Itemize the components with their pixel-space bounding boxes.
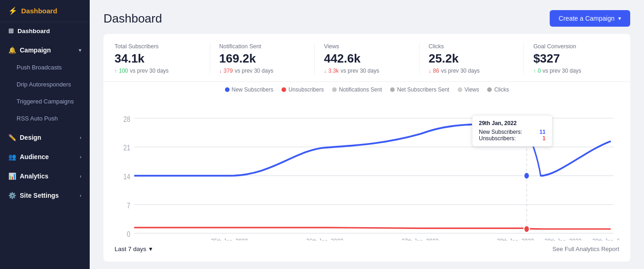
sidebar-logo[interactable]: ⚡ Dashboard <box>0 0 90 22</box>
svg-text:28th Jan, 2022: 28th Jan, 2022 <box>497 237 534 240</box>
stat-label: Goal Conversion <box>533 43 619 50</box>
change-num: 0 <box>538 68 541 74</box>
legend-dot <box>332 87 337 92</box>
chart-area: New Subscribers Unsubscribers Notificati… <box>104 82 630 240</box>
change-num: 3.3k <box>328 68 339 74</box>
sidebar-item-label: Dashboard <box>17 28 50 34</box>
change-text: vs prev 30 days <box>340 68 379 74</box>
sidebar-item-site-settings[interactable]: ⚙️ Site Settings › <box>0 187 90 204</box>
sidebar-item-analytics[interactable]: 📊 Analytics › <box>0 167 90 185</box>
svg-text:25th Jan, 2022: 25th Jan, 2022 <box>211 237 248 240</box>
up-arrow-icon: ↑ <box>115 68 117 74</box>
sidebar-item-audience[interactable]: 👥 Audience › <box>0 148 90 166</box>
sidebar-item-triggered-campaigns[interactable]: Triggered Campaigns <box>0 93 90 110</box>
stat-views: Views 442.6k ↓ 3.3k vs prev 30 days <box>324 43 420 74</box>
chevron-down-icon: ▾ <box>79 47 81 53</box>
legend-label: Views <box>465 86 479 93</box>
legend-net-subscribers-sent: Net Subscribers Sent <box>390 86 449 93</box>
chevron-down-icon: ▾ <box>149 245 152 252</box>
stat-change: ↓ 3.3k vs prev 30 days <box>324 68 410 74</box>
main-header: Dashboard Create a Campaign ▾ <box>90 0 644 34</box>
legend-dot <box>487 87 492 92</box>
svg-text:7: 7 <box>127 201 130 210</box>
sidebar-item-rss-auto-push[interactable]: RSS Auto Push <box>0 110 90 127</box>
create-campaign-label: Create a Campaign <box>559 15 615 22</box>
svg-text:29th Jan, 2022: 29th Jan, 2022 <box>545 237 582 240</box>
sidebar: ⚡ Dashboard ⊞ Dashboard 🔔 Campaign ▾ Pus… <box>0 0 90 269</box>
svg-text:21: 21 <box>123 143 130 152</box>
down-arrow-icon: ↓ <box>219 68 222 74</box>
sidebar-item-label: Push Broadcasts <box>17 64 62 71</box>
svg-text:26th Jan, 2022: 26th Jan, 2022 <box>306 237 344 240</box>
legend-unsubscribers: Unsubscribers <box>282 86 324 93</box>
stat-label: Total Subscribers <box>115 43 201 50</box>
legend-dot <box>225 87 230 92</box>
sidebar-item-label: Drip Autoresponders <box>17 81 71 88</box>
chart-svg: 0 7 14 21 28 <box>115 97 619 240</box>
legend-label: Unsubscribers <box>288 86 324 93</box>
chart-legend: New Subscribers Unsubscribers Notificati… <box>115 86 619 93</box>
sidebar-item-drip-autoresponders[interactable]: Drip Autoresponders <box>0 76 90 93</box>
sidebar-item-label: Campaign <box>20 46 51 54</box>
sidebar-item-campaign[interactable]: 🔔 Campaign ▾ <box>0 41 90 59</box>
stats-row: Total Subscribers 34.1k ↑ 100 vs prev 30… <box>104 34 630 82</box>
create-campaign-button[interactable]: Create a Campaign ▾ <box>550 10 630 27</box>
chart-footer: Last 7 days ▾ See Full Analytics Report <box>104 240 630 254</box>
svg-text:14: 14 <box>123 172 130 181</box>
stat-value: 442.6k <box>324 52 410 66</box>
sidebar-item-label: Audience <box>20 153 49 160</box>
svg-text:27th Jan, 2022: 27th Jan, 2022 <box>402 237 439 240</box>
change-text: vs prev 30 days <box>130 68 169 74</box>
audience-icon: 👥 <box>8 153 16 160</box>
legend-dot <box>458 87 462 92</box>
logo-icon: ⚡ <box>8 6 17 15</box>
change-num: 86 <box>433 68 439 74</box>
stat-change: ↓ 86 vs prev 30 days <box>429 68 515 74</box>
sidebar-item-label: Site Settings <box>20 192 59 199</box>
chevron-right-icon: › <box>80 154 81 160</box>
stat-change: ↑ 0 vs prev 30 days <box>533 68 619 74</box>
main-content: Dashboard Create a Campaign ▾ Total Subs… <box>90 0 644 269</box>
stat-label: Notification Sent <box>219 43 305 50</box>
svg-text:30th Jan, 2022: 30th Jan, 2022 <box>592 237 619 240</box>
change-text: vs prev 30 days <box>543 68 581 74</box>
see-full-analytics-link[interactable]: See Full Analytics Report <box>552 246 619 252</box>
campaign-icon: 🔔 <box>8 46 16 54</box>
legend-notifications-sent: Notifications Sent <box>332 86 382 93</box>
legend-label: Clicks <box>494 86 509 93</box>
stat-clicks: Clicks 25.2k ↓ 86 vs prev 30 days <box>429 43 524 74</box>
analytics-icon: 📊 <box>8 172 16 180</box>
stat-label: Views <box>324 43 410 50</box>
change-text: vs prev 30 days <box>441 68 480 74</box>
stat-value: 25.2k <box>429 52 515 66</box>
sidebar-item-push-broadcasts[interactable]: Push Broadcasts <box>0 59 90 76</box>
sidebar-item-label: Triggered Campaigns <box>17 98 74 105</box>
date-filter-label: Last 7 days <box>115 246 146 252</box>
legend-clicks: Clicks <box>487 86 509 93</box>
design-icon: ✏️ <box>8 134 16 141</box>
stat-notification-sent: Notification Sent 169.2k ↓ 379 vs prev 3… <box>219 43 315 74</box>
sidebar-item-design[interactable]: ✏️ Design › <box>0 129 90 146</box>
stat-total-subscribers: Total Subscribers 34.1k ↑ 100 vs prev 30… <box>115 43 210 74</box>
legend-label: New Subscribers <box>232 86 274 93</box>
page-title: Dashboard <box>104 11 162 26</box>
dashboard-card: Total Subscribers 34.1k ↑ 100 vs prev 30… <box>104 34 630 262</box>
stat-value: 34.1k <box>115 52 201 66</box>
legend-dot <box>282 87 286 92</box>
stat-value: $327 <box>533 52 619 66</box>
stat-change: ↓ 379 vs prev 30 days <box>219 68 305 74</box>
up-arrow-icon: ↑ <box>533 68 536 74</box>
chart-dot-unsub <box>524 225 529 233</box>
date-filter-button[interactable]: Last 7 days ▾ <box>115 245 152 252</box>
settings-icon: ⚙️ <box>8 192 16 199</box>
dashboard-icon: ⊞ <box>8 27 14 34</box>
legend-new-subscribers: New Subscribers <box>225 86 274 93</box>
chevron-down-icon: ▾ <box>618 15 621 22</box>
chart-dot-new-sub <box>524 172 529 179</box>
sidebar-item-dashboard[interactable]: ⊞ Dashboard <box>0 22 90 40</box>
chevron-right-icon: › <box>80 135 81 140</box>
stat-label: Clicks <box>429 43 515 50</box>
legend-label: Notifications Sent <box>339 86 382 93</box>
sidebar-item-label: Design <box>20 134 41 141</box>
legend-views: Views <box>458 86 479 93</box>
